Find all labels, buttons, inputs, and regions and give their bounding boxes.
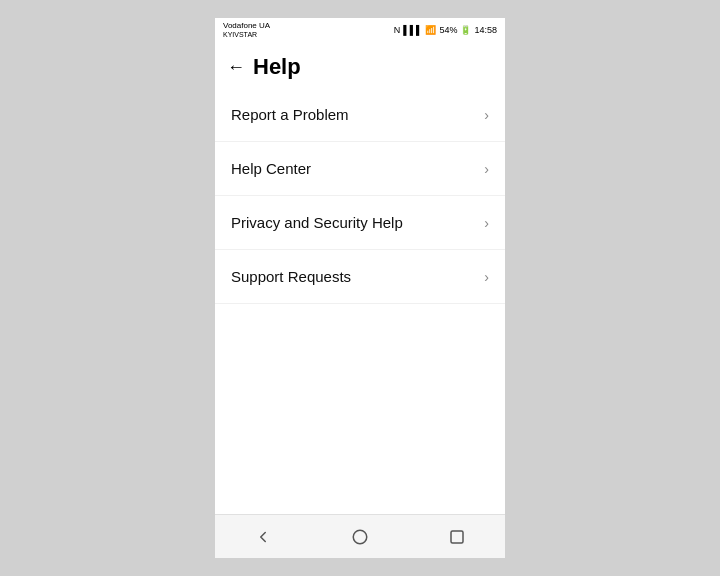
page-header: ← Help bbox=[215, 42, 505, 88]
network-icon: N bbox=[394, 25, 401, 35]
menu-item-label: Report a Problem bbox=[231, 106, 349, 123]
menu-item-label: Privacy and Security Help bbox=[231, 214, 403, 231]
nav-home-button[interactable] bbox=[345, 522, 375, 552]
menu-list: Report a Problem › Help Center › Privacy… bbox=[215, 88, 505, 304]
signal-icon: ▌▌▌ bbox=[403, 25, 422, 35]
nav-back-button[interactable] bbox=[248, 522, 278, 552]
battery-icon: 🔋 bbox=[460, 25, 471, 35]
battery-percent: 54% bbox=[439, 25, 457, 35]
main-content: ← Help Report a Problem › Help Center › … bbox=[215, 42, 505, 514]
chevron-right-icon: › bbox=[484, 215, 489, 231]
phone-frame: Vodafone UA KYIVSTAR N ▌▌▌ 📶 54% 🔋 14:58… bbox=[215, 18, 505, 558]
carrier-name: Vodafone UA bbox=[223, 22, 270, 31]
menu-item-privacy-security[interactable]: Privacy and Security Help › bbox=[215, 196, 505, 250]
nav-bar bbox=[215, 514, 505, 558]
time: 14:58 bbox=[474, 25, 497, 35]
chevron-right-icon: › bbox=[484, 107, 489, 123]
chevron-right-icon: › bbox=[484, 161, 489, 177]
page-title: Help bbox=[253, 54, 301, 80]
menu-item-help-center[interactable]: Help Center › bbox=[215, 142, 505, 196]
carrier-sub: KYIVSTAR bbox=[223, 31, 270, 39]
svg-point-0 bbox=[353, 530, 367, 544]
menu-item-support-requests[interactable]: Support Requests › bbox=[215, 250, 505, 304]
menu-item-label: Help Center bbox=[231, 160, 311, 177]
menu-item-report-problem[interactable]: Report a Problem › bbox=[215, 88, 505, 142]
back-button[interactable]: ← bbox=[227, 58, 245, 76]
svg-rect-1 bbox=[451, 531, 463, 543]
menu-item-label: Support Requests bbox=[231, 268, 351, 285]
status-right: N ▌▌▌ 📶 54% 🔋 14:58 bbox=[394, 25, 497, 35]
status-bar: Vodafone UA KYIVSTAR N ▌▌▌ 📶 54% 🔋 14:58 bbox=[215, 18, 505, 42]
chevron-right-icon: › bbox=[484, 269, 489, 285]
nav-recent-button[interactable] bbox=[442, 522, 472, 552]
wifi-icon: 📶 bbox=[425, 25, 436, 35]
carrier-info: Vodafone UA KYIVSTAR bbox=[223, 22, 270, 38]
